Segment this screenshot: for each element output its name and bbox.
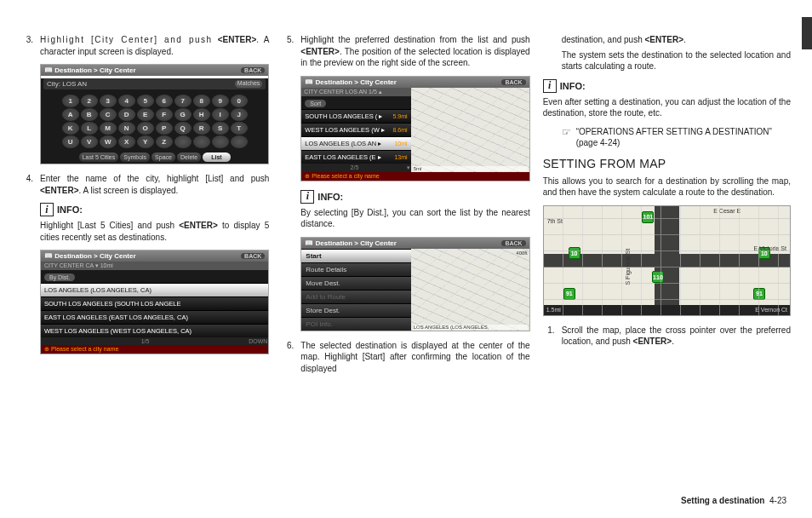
heading-setting-from-map: SETTING FROM MAP: [543, 157, 791, 170]
info-text-2: By selecting [By Dist.], you can sort th…: [300, 207, 529, 230]
info-icon: i: [300, 190, 314, 204]
column-2: 5. Highlight the preferred destination f…: [282, 34, 529, 381]
info-block-2: i INFO:: [300, 190, 529, 204]
screenshot-preview: 📖 Destination > City CenterBACK CITY CEN…: [300, 76, 529, 181]
map-step-1: 1. Scroll the map, place the cross point…: [543, 325, 791, 348]
step-3: 3. Highlight [City Center] and push <ENT…: [21, 34, 269, 57]
column-1: 3. Highlight [City Center] and push <ENT…: [21, 34, 269, 381]
info-block-3: i INFO:: [543, 79, 791, 93]
step-6: 6. The selected destination is displayed…: [282, 340, 529, 375]
screenshot-start: 📖 Destination > City CenterBACK StartRou…: [300, 237, 529, 331]
info-icon: i: [40, 203, 54, 216]
reference-icon: ☞: [562, 126, 571, 138]
info-block-1: i INFO:: [40, 203, 269, 216]
info-icon: i: [543, 79, 557, 93]
screenshot-citylist: 📖 Destination > City CenterBACK CITY CEN…: [40, 250, 269, 354]
body-text: This allows you to search for a destinat…: [543, 176, 791, 199]
cross-reference: ☞ “OPERATIONS AFTER SETTING A DESTINATIO…: [562, 126, 791, 148]
step-5: 5. Highlight the preferred destination f…: [282, 34, 529, 69]
section-tab: [802, 17, 812, 49]
page-footer: Setting a destination 4-23: [681, 496, 786, 505]
column-3: destination, and push <ENTER>. The syste…: [543, 34, 791, 381]
step-4: 4. Enter the name of the city, highlight…: [21, 173, 269, 196]
continuation-text: The system sets the destination to the s…: [562, 49, 791, 72]
info-text-1: Highlight [Last 5 Cities] and push <ENTE…: [40, 220, 269, 243]
screenshot-map: 101 10 10 110 91 91 E Cesar E 7th St E V…: [543, 205, 791, 316]
screenshot-keyboard: 📖 Destination > City CenterBACK City: LO…: [40, 64, 269, 164]
info-text-3: Even after setting a destination, you ca…: [543, 96, 791, 119]
